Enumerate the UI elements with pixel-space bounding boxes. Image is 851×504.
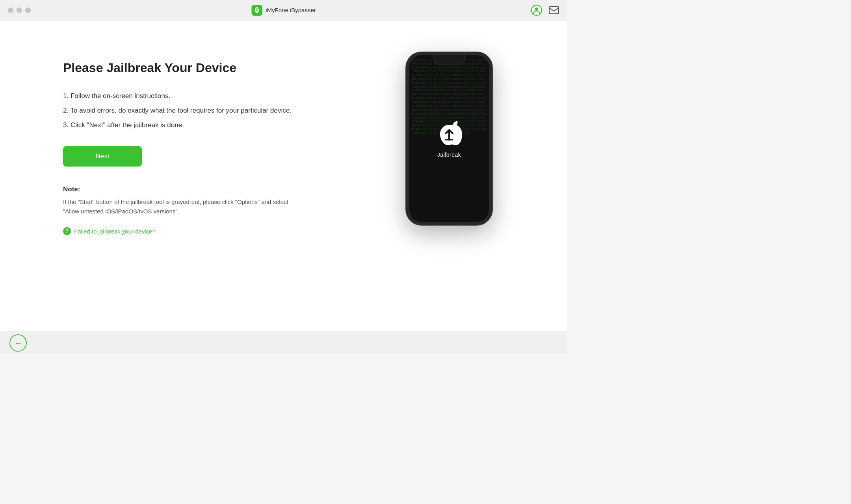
failed-link-text: Failed to jailbreak your device?	[74, 228, 156, 235]
instruction-1: 1. Follow the on-screen instructions.	[63, 91, 292, 101]
instruction-3: 3. Click "Next" after the jailbreak is d…	[63, 120, 292, 130]
maximize-button[interactable]	[25, 7, 31, 13]
jailbreak-apple-icon	[435, 119, 463, 147]
mail-icon	[549, 6, 559, 14]
phone-mockup: 0101001101001001010100110100100101010011…	[406, 52, 492, 225]
close-button[interactable]	[8, 7, 13, 13]
window-controls	[8, 7, 31, 13]
titlebar-center: iMyFone iBypasser	[251, 5, 316, 16]
failed-jailbreak-link[interactable]: ? Failed to jailbreak your device?	[63, 227, 292, 235]
next-button[interactable]: Next	[63, 146, 142, 167]
svg-point-3	[535, 7, 538, 11]
jailbreak-content: Jailbreak	[435, 119, 463, 158]
jailbreak-label: Jailbreak	[437, 152, 461, 158]
main-content: Please Jailbreak Your Device 1. Follow t…	[0, 20, 567, 331]
profile-button[interactable]	[531, 5, 542, 16]
phone-notch	[433, 55, 465, 65]
app-logo-icon	[251, 5, 262, 16]
instruction-2: 2. To avoid errors, do exactly what the …	[63, 105, 292, 116]
left-panel: Please Jailbreak Your Device 1. Follow t…	[63, 52, 292, 235]
bottom-bar: ←	[0, 331, 567, 354]
note-text: If the "Start" button of the jailbreak t…	[63, 197, 292, 216]
phone-screen: 0101001101001001010100110100100101010011…	[409, 55, 489, 222]
instructions-list: 1. Follow the on-screen instructions. 2.…	[63, 91, 292, 131]
right-panel: 0101001101001001010100110100100101010011…	[394, 52, 504, 225]
user-icon	[531, 5, 542, 16]
minimize-button[interactable]	[17, 7, 22, 13]
mail-button[interactable]	[548, 5, 559, 16]
titlebar-actions	[531, 5, 559, 16]
back-button[interactable]: ←	[9, 334, 27, 352]
app-title: iMyFone iBypasser	[266, 7, 316, 13]
svg-rect-4	[549, 7, 559, 14]
note-title: Note:	[63, 185, 292, 193]
note-section: Note: If the "Start" button of the jailb…	[63, 185, 292, 216]
page-title: Please Jailbreak Your Device	[63, 60, 292, 76]
titlebar: iMyFone iBypasser	[0, 0, 567, 20]
back-arrow-icon: ←	[14, 339, 22, 347]
help-icon: ?	[63, 227, 71, 235]
svg-point-1	[256, 8, 258, 9]
